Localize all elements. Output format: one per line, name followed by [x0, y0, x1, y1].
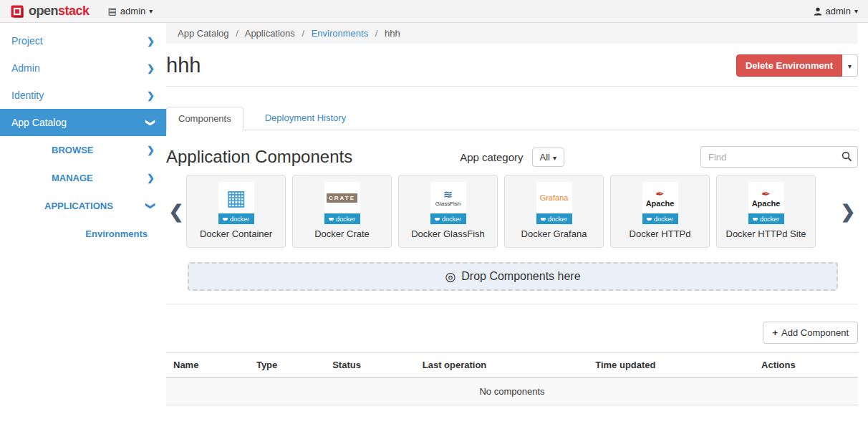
component-icon: ✒Apache docker: [642, 182, 678, 224]
add-component-button[interactable]: +Add Component: [763, 322, 858, 344]
caret-down-icon: ▾: [848, 62, 852, 70]
app-logo-icon: ▦: [226, 187, 246, 208]
column-header-last-operation: Last operation: [415, 353, 589, 378]
chevron-right-icon: ❯: [147, 36, 155, 47]
sidebar-item-label: Identity: [11, 90, 44, 101]
tab-components[interactable]: Components: [166, 107, 243, 130]
app-category-label: App category: [460, 151, 523, 163]
sidebar-item-environments[interactable]: Environments: [0, 220, 166, 248]
dropzone-label: Drop Components here: [461, 270, 580, 283]
component-icon: ≋GlassFish docker: [430, 182, 466, 224]
domain-icon: ▤: [108, 6, 117, 16]
breadcrumb-environments[interactable]: Environments: [312, 28, 368, 39]
carousel-prev-button[interactable]: ❮: [166, 203, 186, 221]
column-header-time-updated: Time updated: [588, 353, 754, 378]
component-card-label: Docker HTTPd Site: [726, 228, 806, 239]
app-logo-caption: GlassFish: [435, 201, 461, 207]
column-header-status: Status: [325, 353, 415, 378]
sidebar-item-label: BROWSE: [52, 145, 94, 155]
top-navbar: openstack ▤ admin ▾ admin ▾: [0, 0, 868, 23]
table-header-row: Name Type Status Last operation Time upd…: [166, 353, 858, 378]
chevron-right-icon: ❯: [147, 63, 155, 74]
section-divider: [166, 304, 858, 304]
chevron-right-icon: ❯: [147, 173, 155, 183]
component-card-label: Docker Crate: [314, 228, 370, 239]
app-logo-icon: ✒: [655, 188, 665, 199]
component-icon: ✒Apache docker: [748, 182, 784, 224]
sidebar-item-manage[interactable]: MANAGE ❯: [0, 164, 166, 192]
plus-icon: +: [772, 327, 778, 338]
component-card-docker-httpd[interactable]: ✒Apache docker Docker HTTPd: [610, 175, 710, 248]
components-table: Name Type Status Last operation Time upd…: [166, 352, 858, 405]
carousel-track: ▦ docker Docker Container CRATE docker D…: [186, 175, 838, 248]
breadcrumb-applications[interactable]: Applications: [245, 28, 295, 39]
user-dropdown-label: admin: [826, 6, 851, 16]
breadcrumb: App Catalog / Applications / Environment…: [166, 23, 858, 44]
delete-environment-button[interactable]: Delete Environment: [736, 54, 842, 77]
sidebar-item-browse[interactable]: BROWSE ❯: [0, 136, 166, 164]
docker-whale-icon: [541, 218, 546, 221]
sidebar-item-applications[interactable]: APPLICATIONS ❯: [0, 192, 166, 220]
app-logo-icon: ✒: [761, 188, 771, 199]
find-input[interactable]: [700, 146, 858, 168]
search-icon[interactable]: [842, 151, 852, 162]
title-divider: [166, 86, 858, 87]
component-card-docker-httpd-site[interactable]: ✒Apache docker Docker HTTPd Site: [716, 175, 816, 248]
docker-banner: docker: [430, 213, 466, 224]
docker-banner: docker: [324, 213, 360, 224]
empty-table-row: No components: [166, 377, 858, 405]
tab-deployment-history[interactable]: Deployment History: [254, 107, 357, 130]
sidebar-item-label: MANAGE: [52, 173, 93, 183]
app-logo-icon: ≋: [443, 189, 453, 201]
sidebar-item-identity[interactable]: Identity ❯: [0, 82, 166, 109]
user-dropdown[interactable]: admin ▾: [814, 6, 858, 16]
drop-components-zone[interactable]: ◎ Drop Components here: [188, 262, 838, 291]
sidebar-item-app-catalog[interactable]: App Catalog ❯: [0, 109, 166, 136]
caret-down-icon: ▾: [854, 7, 858, 15]
component-card-docker-grafana[interactable]: Grafana docker Docker Grafana: [504, 175, 604, 248]
chevron-down-icon: ❯: [145, 119, 156, 127]
component-icon: ▦ docker: [218, 182, 254, 224]
delete-environment-caret-button[interactable]: ▾: [842, 54, 858, 77]
component-card-label: Docker HTTPd: [630, 228, 691, 239]
docker-whale-icon: [223, 218, 228, 221]
breadcrumb-current: hhh: [385, 28, 400, 39]
component-card-label: Docker GlassFish: [411, 228, 485, 239]
breadcrumb-separator: /: [302, 28, 304, 39]
components-carousel: ❮ ▦ docker Docker Container CRATE docker…: [166, 175, 858, 248]
docker-banner: docker: [218, 213, 254, 224]
page-title: hhh: [166, 54, 201, 77]
app-logo-caption: Apache: [752, 199, 781, 208]
component-card-docker-crate[interactable]: CRATE docker Docker Crate: [292, 175, 392, 248]
docker-banner: docker: [748, 213, 784, 224]
app-logo-caption: Grafana: [540, 193, 569, 202]
component-card-docker-glassfish[interactable]: ≋GlassFish docker Docker GlassFish: [398, 175, 498, 248]
column-header-actions: Actions: [754, 353, 858, 378]
carousel-next-button[interactable]: ❯: [838, 203, 858, 221]
breadcrumb-app-catalog[interactable]: App Catalog: [178, 28, 229, 39]
sidebar-item-admin[interactable]: Admin ❯: [0, 54, 166, 82]
component-card-docker-container[interactable]: ▦ docker Docker Container: [186, 175, 286, 248]
sidebar: Project ❯ Admin ❯ Identity ❯ App Catalog…: [0, 23, 166, 424]
sidebar-item-project[interactable]: Project ❯: [0, 27, 166, 54]
column-header-type: Type: [249, 353, 325, 378]
docker-whale-icon: [647, 218, 652, 221]
chevron-right-icon: ❯: [147, 90, 155, 101]
app-category-dropdown[interactable]: All▾: [532, 148, 564, 167]
sidebar-item-label: App Catalog: [11, 117, 67, 128]
domain-dropdown[interactable]: ▤ admin ▾: [108, 6, 153, 16]
app-category-value: All: [540, 152, 550, 163]
empty-table-message: No components: [166, 377, 858, 405]
target-icon: ◎: [445, 269, 455, 284]
chevron-down-icon: ❯: [145, 202, 156, 210]
component-icon: CRATE docker: [324, 182, 360, 224]
domain-dropdown-label: admin: [120, 6, 145, 16]
tab-bar: Components Deployment History: [166, 107, 858, 130]
sidebar-item-label: APPLICATIONS: [44, 201, 113, 211]
column-header-name: Name: [166, 353, 249, 378]
app-logo-caption: Apache: [646, 199, 675, 208]
caret-down-icon: ▾: [149, 7, 153, 15]
add-component-label: Add Component: [781, 327, 849, 338]
docker-whale-icon: [435, 218, 440, 221]
openstack-logo[interactable]: openstack: [10, 4, 90, 19]
